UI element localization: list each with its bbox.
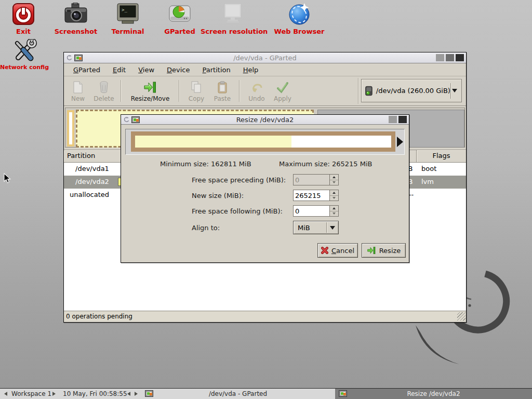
debian-swirl-icon (66, 55, 73, 61)
clock: 10 May, Fri 00:58:55 (63, 390, 127, 397)
new-button[interactable]: New (65, 78, 91, 104)
spin-down-button[interactable] (330, 180, 338, 185)
menu-device[interactable]: Device (161, 64, 196, 76)
device-combo[interactable]: /dev/vda (260.00 GiB) (361, 79, 462, 102)
paste-button[interactable]: Paste (209, 78, 235, 104)
resize-confirm-button[interactable]: Resize (362, 243, 406, 258)
minimum-size-label: Minimum size: 162811 MiB (160, 160, 251, 168)
taskbar-task-gparted[interactable]: /dev/vda - GParted (141, 389, 335, 399)
delete-icon (99, 81, 109, 94)
apply-check-icon (276, 81, 289, 94)
resize-grip[interactable] (457, 312, 466, 321)
chevron-down-icon (330, 226, 335, 230)
gparted-app-icon (74, 55, 83, 61)
svg-text:>_: >_ (122, 7, 127, 12)
resize-slider-track (135, 136, 391, 148)
cancel-button[interactable]: Cancel (317, 243, 358, 258)
desktop-icon-label: Screen resolution (201, 28, 265, 35)
undo-button[interactable]: Undo (244, 78, 270, 104)
operations-pending-text: 0 operations pending (66, 313, 132, 320)
copy-icon (191, 81, 202, 94)
taskbar: Workspace 1 10 May, Fri 00:58:55 /dev/vd… (0, 388, 532, 399)
new-size-spinbox (293, 190, 339, 201)
free-space-preceding-spinbox (293, 174, 339, 185)
task-prev-icon[interactable] (127, 392, 130, 396)
desktop-icon-screen-resolution[interactable]: Screen resolution (201, 1, 265, 35)
menu-gparted[interactable]: GParted (67, 64, 107, 76)
menu-view[interactable]: View (132, 64, 161, 76)
partition-visual-vda1[interactable] (67, 110, 74, 147)
debian-swirl-icon (123, 116, 130, 123)
menu-help[interactable]: Help (237, 64, 265, 76)
tools-icon (12, 39, 37, 62)
desktop-icon-label: Network config (0, 64, 52, 71)
disk-partition-icon (167, 3, 192, 25)
delete-button[interactable]: Delete (91, 78, 117, 104)
maximize-button[interactable] (446, 54, 454, 61)
monitor-icon (220, 3, 245, 25)
paste-icon (217, 81, 228, 94)
task-title: Resize /dev/vda2 (335, 390, 532, 397)
column-header-partition[interactable]: Partition (64, 150, 121, 162)
desktop-icon-network-config[interactable]: Network config (0, 37, 52, 71)
toolbar-separator (358, 78, 359, 104)
align-to-combo[interactable]: MiB (293, 221, 339, 234)
desktop-icon-gparted[interactable]: GParted (152, 1, 207, 35)
align-to-value: MiB (298, 224, 310, 232)
spin-down-button[interactable] (330, 196, 338, 201)
menu-partition[interactable]: Partition (196, 64, 237, 76)
cancel-x-icon (321, 247, 328, 254)
device-combo-value: /dev/vda (260.00 GiB) (376, 87, 450, 95)
maximum-size-label: Maximum size: 265215 MiB (279, 160, 372, 168)
desktop-icon-label: Web Browser (267, 28, 331, 35)
desktop-icon-web-browser[interactable]: Web Browser (267, 1, 331, 35)
desktop: Exit Screenshot >_ Term (0, 0, 532, 399)
maximize-button[interactable] (389, 116, 397, 123)
gparted-app-icon (131, 116, 140, 123)
menu-edit[interactable]: Edit (107, 64, 132, 76)
spin-up-button[interactable] (330, 206, 338, 211)
spin-up-button[interactable] (330, 175, 338, 180)
workspace-prev-icon[interactable] (4, 392, 7, 396)
spin-down-button[interactable] (330, 211, 338, 217)
free-space-following-input[interactable] (294, 206, 329, 216)
free-space-following-spinbox (293, 205, 339, 217)
desktop-icon-label: GParted (152, 28, 207, 35)
dialog-titlebar[interactable]: Resize /dev/vda2 (121, 115, 409, 125)
toolbar: New Delete Resize/Move (64, 76, 466, 106)
resize-move-button[interactable]: Resize/Move (125, 78, 175, 104)
toolbar-separator (179, 80, 180, 102)
resize-dialog: Resize /dev/vda2 Minimum size: 162811 Mi… (121, 114, 409, 263)
free-space-preceding-input (294, 175, 329, 185)
toolbar-separator (239, 80, 240, 102)
workspace-next-icon[interactable] (52, 392, 56, 396)
close-button[interactable] (398, 116, 407, 123)
desktop-icon-label: Exit (0, 28, 51, 35)
desktop-icon-terminal[interactable]: >_ Terminal (100, 1, 155, 35)
status-bar: 0 operations pending (64, 311, 466, 321)
resize-slider[interactable] (125, 129, 405, 155)
taskbar-task-resize-dialog[interactable]: Resize /dev/vda2 (335, 389, 532, 399)
spin-up-button[interactable] (330, 190, 338, 196)
apply-button[interactable]: Apply (270, 78, 296, 104)
close-button[interactable] (456, 54, 464, 61)
globe-icon (287, 2, 311, 26)
toolbar-separator (121, 80, 122, 102)
window-title: /dev/vda - GParted (64, 54, 466, 62)
iconify-button[interactable] (436, 54, 444, 61)
copy-button[interactable]: Copy (183, 78, 209, 104)
task-next-icon[interactable] (135, 392, 138, 396)
resize-slider-right-handle[interactable] (397, 137, 403, 147)
desktop-icon-exit[interactable]: Exit (0, 1, 51, 35)
resize-slider-used-space (135, 136, 291, 148)
resize-move-icon (143, 81, 157, 94)
free-space-preceding-label: Free space preceding (MiB): (192, 176, 286, 184)
new-size-input[interactable] (294, 190, 329, 201)
new-partition-icon (73, 81, 83, 94)
workspace-label[interactable]: Workspace 1 (11, 390, 51, 397)
resize-arrow-icon (367, 246, 376, 255)
task-title: /dev/vda - GParted (141, 390, 335, 397)
column-header-flags[interactable]: Flags (416, 150, 466, 162)
desktop-icon-screenshot[interactable]: Screenshot (48, 1, 103, 35)
window-titlebar[interactable]: /dev/vda - GParted (64, 52, 466, 63)
